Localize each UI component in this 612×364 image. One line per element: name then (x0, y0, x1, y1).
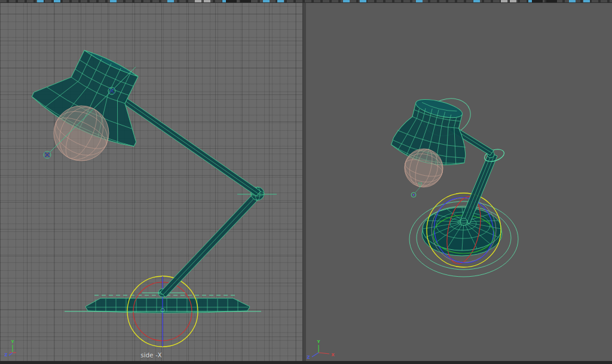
toolbar-icon-active[interactable] (473, 0, 480, 2)
toolbar-icon-active[interactable] (263, 0, 270, 2)
toolbar-field[interactable] (226, 0, 237, 2)
viewport-toolbar[interactable] (0, 0, 612, 3)
bottom-edge-bar (0, 361, 612, 364)
axis-gizmo: Y X Z (307, 339, 335, 360)
toolbar-icon-active[interactable] (583, 0, 590, 2)
viewport-persp[interactable]: Y X Z persp (306, 0, 612, 364)
toolbar-field[interactable] (240, 0, 251, 2)
lamp-base[interactable] (85, 295, 250, 313)
toolbar-icon-active[interactable] (37, 0, 44, 2)
toolbar-field[interactable] (532, 0, 543, 2)
axis-z-label: Z (307, 355, 310, 360)
toolbar-icon-active[interactable] (416, 0, 423, 2)
toolbar-icon-active[interactable] (343, 0, 350, 2)
axis-x-label: X (331, 353, 335, 357)
viewport-persp-canvas[interactable]: Y X Z (306, 0, 612, 364)
toolbar-icon-active[interactable] (54, 0, 60, 2)
viewport-label-side: side -X (0, 352, 302, 359)
lamp-arm-lower[interactable] (160, 195, 257, 297)
toolbar-icon-active[interactable] (110, 0, 117, 2)
hub-joint[interactable] (460, 218, 467, 225)
toolbar-field[interactable] (546, 0, 557, 2)
toolbar-icon-active[interactable] (167, 0, 174, 2)
pull-chain[interactable] (411, 187, 420, 197)
axis-y-label: Y (316, 339, 320, 344)
toolbar-icon-active[interactable] (569, 0, 576, 2)
toolbar-icon[interactable] (510, 0, 516, 2)
axis-y-label: Y (10, 339, 14, 344)
panel-divider[interactable] (302, 0, 306, 364)
application-window: Y Z side -X (0, 0, 612, 364)
toolbar-icon-active[interactable] (360, 0, 366, 2)
lamp-arm-upper[interactable] (121, 97, 261, 196)
toolbar-icon-strip[interactable] (0, 0, 612, 2)
viewport-side[interactable]: Y Z side -X (0, 0, 302, 364)
viewport-side-canvas[interactable]: Y Z (0, 0, 302, 364)
toolbar-icon[interactable] (501, 0, 507, 2)
toolbar-icon[interactable] (195, 0, 201, 2)
toolbar-icon[interactable] (204, 0, 210, 2)
toolbar-icon-active[interactable] (277, 0, 284, 2)
